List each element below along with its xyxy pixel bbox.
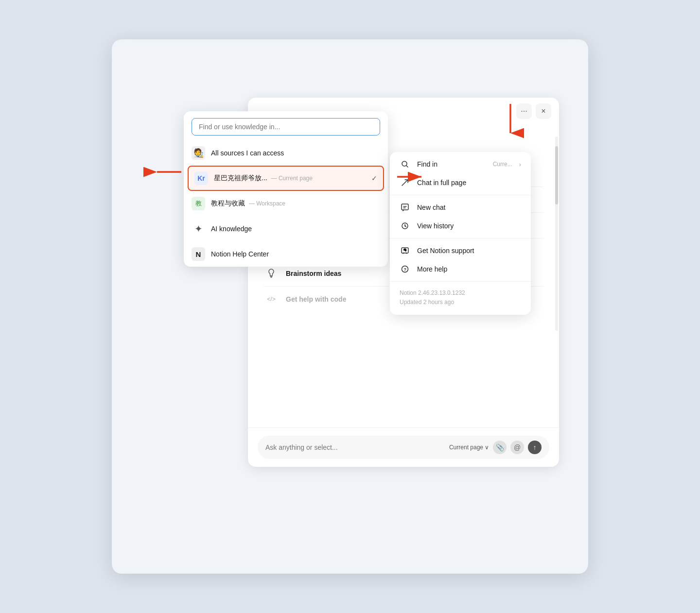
at-button[interactable]: @ [510, 441, 524, 454]
notion-version: Notion 2.46.23.13.0.1232 [400, 289, 521, 298]
notion-help-icon: N [192, 247, 205, 261]
find-in-label: Find in [417, 160, 484, 168]
all-sources-label: All sources I can access [211, 149, 380, 157]
view-history-label: View history [417, 222, 521, 230]
ai-panel-footer: Current page ∨ 📎 @ ↑ [248, 427, 559, 467]
arrow-down [503, 102, 518, 137]
source-search-input[interactable] [192, 118, 380, 136]
current-page-checkmark: ✓ [371, 174, 377, 182]
more-help-icon: ? [400, 265, 410, 273]
workspace-label: 教程与收藏 — Workspace [211, 199, 380, 208]
current-page-icon: Kr [194, 171, 208, 185]
ai-knowledge-icon: ✦ [192, 222, 205, 236]
menu-divider-2 [390, 238, 531, 238]
main-card: ··· × Hi Kenshin! How can I help... Sugg… [112, 39, 588, 574]
notion-help-label: Notion Help Center [211, 250, 380, 258]
menu-item-more-help[interactable]: ? More help [390, 260, 531, 278]
view-history-icon [400, 222, 410, 230]
source-item-current-page[interactable]: Kr 星巴克祖师爷放... — Current page ✓ [188, 166, 384, 191]
ai-knowledge-label: AI knowledge [211, 225, 380, 233]
send-button[interactable]: ↑ [528, 441, 542, 454]
scrollbar-thumb [555, 146, 558, 204]
input-bar-actions: Current page ∨ 📎 @ ↑ [449, 441, 542, 454]
current-page-label: 星巴克祖师爷放... — Current page [214, 174, 366, 183]
source-dropdown: 🧑‍🎨 All sources I can access Kr 星巴克祖师爷放.… [184, 111, 388, 267]
new-chat-label: New chat [417, 204, 521, 211]
get-support-label: Get Notion support [417, 247, 521, 255]
dots-menu-button[interactable]: ··· [516, 103, 532, 119]
svg-text:?: ? [404, 267, 407, 272]
close-button[interactable]: × [536, 103, 551, 119]
more-help-label: More help [417, 265, 521, 273]
find-in-icon [400, 160, 410, 168]
scrollbar[interactable] [555, 136, 558, 331]
arrow-left [155, 165, 184, 181]
chat-full-label: Chat in full page [417, 179, 521, 187]
code-icon: </> [263, 291, 279, 307]
menu-item-get-support[interactable]: Get Notion support [390, 241, 531, 260]
menu-item-view-history[interactable]: View history [390, 217, 531, 235]
update-time: Updated 2 hours ago [400, 298, 521, 307]
get-support-icon [400, 247, 410, 255]
menu-divider-1 [390, 195, 531, 195]
brainstorm-icon [263, 266, 279, 281]
all-sources-icon: 🧑‍🎨 [192, 146, 205, 160]
new-chat-icon [400, 204, 410, 211]
input-bar: Current page ∨ 📎 @ ↑ [258, 436, 549, 459]
workspace-icon: 教 [192, 197, 205, 210]
menu-footer: Notion 2.46.23.13.0.1232 Updated 2 hours… [390, 285, 531, 312]
source-item-ai-knowledge[interactable]: ✦ AI knowledge [184, 216, 388, 241]
chat-input[interactable] [265, 443, 444, 451]
code-text: Get help with code [286, 295, 346, 303]
arrow-right-1 [395, 170, 424, 186]
source-item-notion-help[interactable]: N Notion Help Center [184, 241, 388, 267]
menu-item-new-chat[interactable]: New chat [390, 198, 531, 217]
attach-button[interactable]: 📎 [493, 441, 507, 454]
source-item-workspace[interactable]: 教 教程与收藏 — Workspace [184, 191, 388, 216]
menu-divider-3 [390, 281, 531, 282]
find-in-sub: Curre... [493, 161, 512, 168]
source-item-all[interactable]: 🧑‍🎨 All sources I can access [184, 140, 388, 166]
brainstorm-text: Brainstorm ideas [286, 270, 341, 277]
svg-rect-4 [402, 204, 408, 210]
source-search-container [184, 111, 388, 140]
current-page-selector[interactable]: Current page ∨ [449, 444, 489, 451]
find-in-arrow: › [519, 161, 521, 168]
